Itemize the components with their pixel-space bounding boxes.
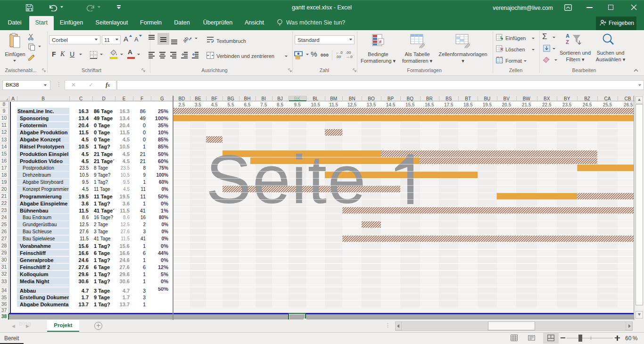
svg-text:ab: ab <box>183 35 190 43</box>
svg-text:✕: ✕ <box>500 47 504 52</box>
svg-text:↳: ↳ <box>500 35 504 41</box>
svg-text:≠: ≠ <box>379 39 382 44</box>
